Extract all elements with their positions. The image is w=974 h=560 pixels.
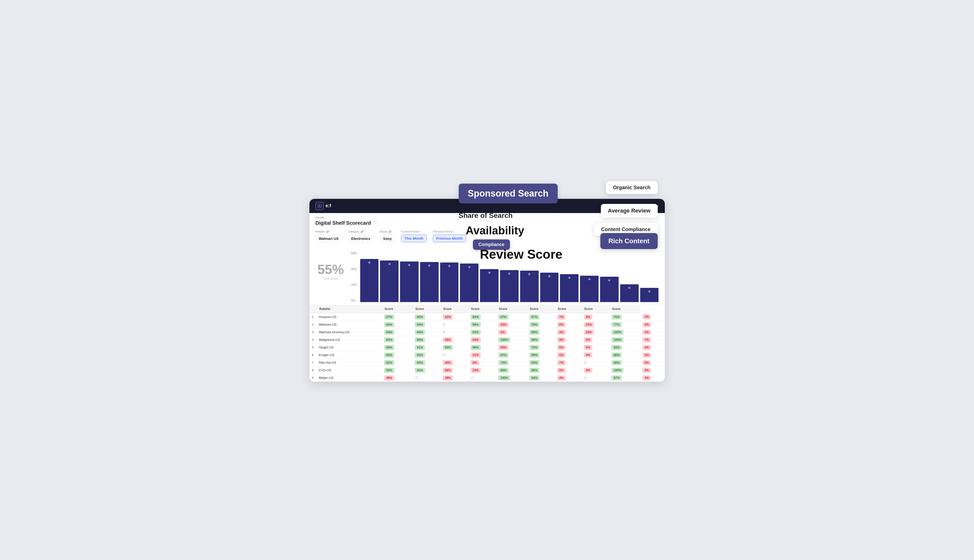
cell-8-2: 49% (381, 374, 412, 382)
cell-7-6: 80% (496, 366, 527, 374)
cell-0-11: 3% (640, 313, 665, 321)
cell-3-1: Walgreens-US (316, 336, 381, 343)
average-review-label[interactable]: Average Review (601, 204, 658, 218)
cell-6-6: 73% (496, 358, 527, 366)
bar-wrapper-4 (440, 252, 459, 302)
cell-1-8: 6% (555, 321, 581, 328)
organic-search-label[interactable]: Organic Search (606, 181, 658, 194)
filter-category: Category 🔗 Electronics (348, 230, 374, 242)
col-score-1[interactable]: Score ↓ (381, 305, 412, 313)
cell-1-1: Walmart-US (316, 321, 381, 328)
bar-2[interactable] (400, 262, 419, 302)
cell-3-4: 29% (440, 336, 468, 343)
previous-period-value[interactable]: Previous Month (433, 235, 466, 242)
cell-6-5: 0% (468, 358, 496, 366)
bar-10[interactable] (560, 274, 578, 302)
cell-1-4: ∅ (440, 321, 468, 328)
cell-7-11: 4% (640, 366, 665, 374)
bar-wrapper-14 (640, 252, 659, 302)
cell-3-5: 54% (468, 336, 496, 343)
cell-4-7: 72% (527, 343, 555, 351)
cell-0-5: 84% (468, 313, 496, 321)
cell-5-9: 0% (581, 351, 609, 358)
cell-0-10: 75% (609, 313, 640, 321)
filter-brand: Brand 🔗 Sony (380, 230, 395, 242)
y-label-20: 20% (351, 283, 357, 287)
cell-2-0: 3 (309, 328, 316, 336)
score-cell: 100% (611, 337, 623, 342)
score-cell: 0% (584, 345, 592, 350)
cell-1-6: 33% (496, 321, 527, 328)
bar-8[interactable] (520, 271, 539, 302)
bar-7[interactable] (500, 270, 519, 302)
score-cell: 77% (611, 322, 621, 327)
bar-dot-2 (408, 264, 410, 266)
logo-icon (316, 202, 324, 210)
null-value: ∅ (584, 361, 586, 365)
cell-7-3: 91% (412, 366, 440, 374)
cell-2-9: 20% (581, 328, 609, 336)
heart-icon[interactable]: ♡ (373, 220, 377, 226)
score-cell: 56% (384, 353, 394, 358)
cell-0-7: 87% (527, 313, 555, 321)
category-value[interactable]: Electronics (348, 235, 374, 242)
table-container[interactable]: Retailer Score ↓ Score Score Score Score… (309, 305, 665, 382)
cell-1-10: 77% (609, 321, 640, 328)
bar-0[interactable] (360, 259, 379, 302)
table-row[interactable]: 9Meijer-US49%∅39%∅100%94%4%∅87%4% (309, 374, 665, 382)
col-score-9: Score (609, 305, 640, 313)
table-row[interactable]: 8CVS-US50%91%28%23%80%96%5%0%100%4% (309, 366, 665, 374)
bar-14[interactable] (640, 288, 659, 302)
cell-5-2: 56% (381, 351, 412, 358)
bar-dot-1 (388, 263, 391, 265)
bar-6[interactable] (480, 269, 499, 302)
rich-content-label[interactable]: Rich Content (600, 233, 658, 249)
score-cell: 6% (557, 345, 566, 350)
score-cell: 9% (557, 337, 566, 342)
bar-11[interactable] (580, 276, 598, 302)
bar-12[interactable] (600, 277, 619, 302)
cell-3-2: 63% (381, 336, 412, 343)
table-row[interactable]: 4Walgreens-US63%90%29%54%100%98%9%0%100%… (309, 336, 665, 343)
cell-3-10: 100% (609, 336, 640, 343)
filter-previous-period: Previous Period Previous Month (433, 230, 466, 242)
category-label: Category 🔗 (348, 230, 374, 233)
sponsored-search-label[interactable]: Sponsored Search (459, 183, 558, 203)
col-score-7: Score (555, 305, 581, 313)
table-row[interactable]: 7Rite-Aid-US52%94%40%0%73%94%7%∅88%6% (309, 358, 665, 366)
retailer-value[interactable]: Walmart US (316, 235, 342, 242)
table-row[interactable]: 2Walmart-US66%94%∅89%33%78%6%23%77%4% (309, 321, 665, 328)
bar-dot-14 (648, 290, 650, 292)
score-cell: 67% (384, 315, 394, 320)
bar-5[interactable] (460, 263, 478, 302)
score-cell: 84% (471, 315, 481, 320)
bar-9[interactable] (540, 273, 559, 302)
col-score-3: Score (440, 305, 468, 313)
bar-13[interactable] (620, 284, 639, 302)
share-of-search-label[interactable]: Share of Search (459, 212, 513, 220)
cell-3-0: 4 (309, 336, 316, 343)
cell-2-5: 93% (468, 328, 496, 336)
col-score-6: Score (527, 305, 555, 313)
score-cell: 100% (498, 337, 510, 342)
current-period-value[interactable]: This Month (401, 235, 427, 242)
table-row[interactable]: 1Amazon-US67%92%32%84%87%87%7%4%75%3% (309, 313, 665, 321)
score-cell: 94% (529, 360, 540, 365)
bar-1[interactable] (380, 260, 399, 302)
bar-4[interactable] (440, 262, 459, 302)
bar-3[interactable] (420, 262, 439, 302)
data-table: Retailer Score ↓ Score Score Score Score… (309, 305, 665, 382)
cell-5-10: 88% (609, 351, 640, 358)
y-label-60: 60% (351, 252, 357, 255)
cell-2-7: 80% (527, 328, 555, 336)
cell-4-10: 83% (609, 343, 640, 351)
cell-3-3: 90% (412, 336, 440, 343)
score-cell: 94% (415, 322, 425, 327)
col-retailer: Retailer (316, 305, 381, 313)
table-row[interactable]: 6Kroger-US56%93%∅31%67%99%5%0%88%3% (309, 351, 665, 358)
cell-8-10: 87% (609, 374, 640, 382)
table-row[interactable]: 5Target-US56%91%55%86%50%72%6%0%83%4% (309, 343, 665, 351)
brand-value[interactable]: Sony (380, 235, 395, 242)
table-row[interactable]: 3Walmart-Grocery-US64%94%∅93%0%80%4%20%1… (309, 328, 665, 336)
bar-dot-5 (468, 266, 470, 268)
